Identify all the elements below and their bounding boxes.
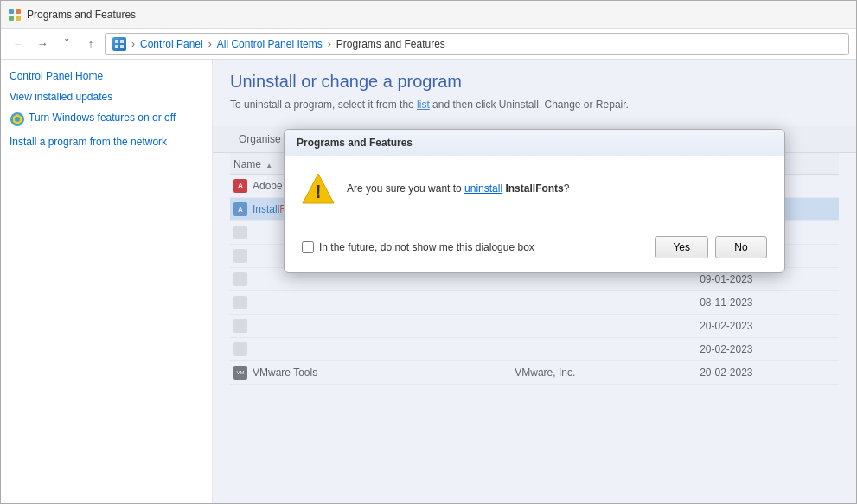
svg-point-10 bbox=[15, 117, 20, 122]
back-button[interactable]: ← bbox=[8, 34, 29, 54]
svg-text:!: ! bbox=[315, 181, 321, 202]
sidebar: Control Panel Home View installed update… bbox=[1, 60, 213, 503]
svg-rect-6 bbox=[115, 45, 118, 48]
dialog-buttons: Yes No bbox=[655, 236, 767, 258]
sidebar-item-home[interactable]: Control Panel Home bbox=[10, 70, 203, 82]
checkbox-wrapper: In the future, do not show me this dialo… bbox=[302, 241, 646, 253]
dialog-message: Are you sure you want to uninstall Insta… bbox=[347, 182, 569, 195]
path-separator-1: › bbox=[131, 38, 135, 50]
path-icon bbox=[112, 37, 126, 51]
checkbox-label[interactable]: In the future, do not show me this dialo… bbox=[319, 241, 534, 253]
title-bar-text: Programs and Features bbox=[27, 9, 136, 21]
svg-rect-7 bbox=[120, 45, 124, 48]
path-part-2[interactable]: All Control Panel Items bbox=[217, 38, 323, 50]
dialog-message-row: ! Are you sure you want to uninstall Ins… bbox=[302, 172, 767, 205]
sidebar-item-view-updates[interactable]: View installed updates bbox=[10, 91, 203, 103]
svg-rect-5 bbox=[120, 40, 124, 43]
dialog-footer: In the future, do not show me this dialo… bbox=[285, 236, 784, 272]
up-button[interactable]: ↑ bbox=[80, 34, 101, 54]
dialog-msg-pre: Are you sure you want to bbox=[347, 182, 464, 195]
main-window: Programs and Features ← → ˅ ↑ › Control … bbox=[0, 0, 857, 504]
down-button[interactable]: ˅ bbox=[56, 34, 77, 54]
path-separator-3: › bbox=[328, 38, 331, 50]
title-bar-icon bbox=[8, 8, 22, 22]
path-separator-2: › bbox=[208, 38, 212, 50]
path-part-1[interactable]: Control Panel bbox=[140, 38, 203, 50]
svg-rect-2 bbox=[9, 16, 14, 21]
path-part-3: Programs and Features bbox=[336, 38, 445, 50]
sidebar-item-windows-features[interactable]: Turn Windows features on or off bbox=[10, 112, 203, 127]
forward-button[interactable]: → bbox=[32, 34, 53, 54]
windows-shield-icon bbox=[10, 112, 25, 127]
title-bar: Programs and Features bbox=[1, 1, 856, 29]
no-button[interactable]: No bbox=[715, 236, 767, 258]
main-content: Control Panel Home View installed update… bbox=[1, 60, 856, 503]
svg-rect-0 bbox=[9, 9, 14, 14]
yes-button[interactable]: Yes bbox=[655, 236, 708, 258]
dialog-msg-post: ? bbox=[564, 182, 570, 195]
address-path: › Control Panel › All Control Panel Item… bbox=[105, 33, 849, 55]
warning-icon: ! bbox=[302, 172, 335, 205]
address-bar: ← → ˅ ↑ › Control Panel › All Control Pa… bbox=[1, 29, 856, 60]
dialog-overlay: Programs and Features ! Are you sure you… bbox=[213, 60, 856, 503]
dialog-box: Programs and Features ! Are you sure you… bbox=[284, 129, 785, 273]
svg-rect-1 bbox=[16, 9, 21, 14]
svg-rect-3 bbox=[16, 16, 21, 21]
dialog-msg-bold: InstallFonts bbox=[505, 182, 563, 195]
dialog-body: ! Are you sure you want to uninstall Ins… bbox=[285, 156, 784, 236]
svg-rect-4 bbox=[115, 40, 118, 43]
dialog-title-bar: Programs and Features bbox=[285, 130, 784, 156]
dont-show-checkbox[interactable] bbox=[302, 241, 314, 253]
sidebar-item-install-network[interactable]: Install a program from the network bbox=[10, 136, 203, 148]
content-panel: Uninstall or change a program To uninsta… bbox=[213, 60, 856, 503]
dialog-msg-link[interactable]: uninstall bbox=[464, 182, 502, 195]
